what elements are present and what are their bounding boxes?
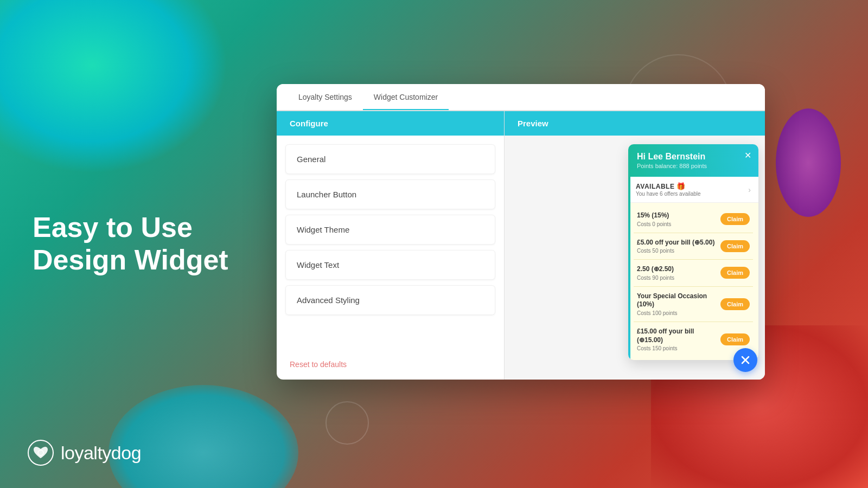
offer-title-2: 2.50 (⊕2.50) bbox=[637, 265, 716, 274]
offer-title-0: 15% (15%) bbox=[637, 211, 716, 220]
widget-greeting: Hi Lee Bernstein bbox=[637, 152, 750, 162]
available-bar[interactable]: AVAILABLE 🎁 You have 6 offers available … bbox=[628, 177, 758, 203]
menu-item-launcher-button[interactable]: Launcher Button bbox=[285, 179, 495, 209]
offer-row-2: 2.50 (⊕2.50) Costs 90 points Claim bbox=[634, 260, 753, 287]
logo: loyaltydog bbox=[27, 439, 141, 466]
offer-title-3: Your Special Occasion (10%) bbox=[637, 292, 716, 309]
offer-title-4: £15.00 off your bill (⊕15.00) bbox=[637, 328, 716, 344]
claim-button-2[interactable]: Claim bbox=[720, 267, 750, 279]
claim-button-3[interactable]: Claim bbox=[720, 298, 750, 310]
available-sub: You have 6 offers available bbox=[636, 191, 701, 197]
main-panel: Loyalty Settings Widget Customizer Confi… bbox=[277, 84, 765, 380]
preview-body: Hi Lee Bernstein Points balance: 888 poi… bbox=[505, 136, 765, 380]
config-panel: Configure General Launcher Button Widget… bbox=[277, 111, 505, 380]
offer-info-4: £15.00 off your bill (⊕15.00) Costs 150 … bbox=[637, 328, 716, 351]
menu-item-advanced-styling[interactable]: Advanced Styling bbox=[285, 285, 495, 315]
offer-info-1: £5.00 off your bill (⊕5.00) Costs 50 poi… bbox=[637, 239, 716, 254]
offer-row-3: Your Special Occasion (10%) Costs 100 po… bbox=[634, 287, 753, 322]
tabs-row: Loyalty Settings Widget Customizer bbox=[277, 84, 765, 111]
offer-cost-3: Costs 100 points bbox=[637, 310, 716, 316]
menu-item-widget-text[interactable]: Widget Text bbox=[285, 250, 495, 280]
gift-icon: 🎁 bbox=[676, 182, 686, 190]
claim-button-0[interactable]: Claim bbox=[720, 213, 750, 225]
reset-link[interactable]: Reset to defaults bbox=[277, 354, 504, 380]
widget-header: Hi Lee Bernstein Points balance: 888 poi… bbox=[628, 144, 758, 177]
logo-text: loyaltydog bbox=[61, 442, 141, 464]
preview-panel: Preview Hi Lee Bernstein Points balance:… bbox=[505, 111, 765, 380]
offer-title-1: £5.00 off your bill (⊕5.00) bbox=[637, 239, 716, 247]
offer-row-0: 15% (15%) Costs 0 points Claim bbox=[634, 206, 753, 233]
config-header: Configure bbox=[277, 111, 504, 136]
logo-icon bbox=[27, 439, 54, 466]
available-left: AVAILABLE 🎁 You have 6 offers available bbox=[636, 182, 701, 197]
offer-info-3: Your Special Occasion (10%) Costs 100 po… bbox=[637, 292, 716, 316]
panel-body: Configure General Launcher Button Widget… bbox=[277, 111, 765, 380]
tab-widget-customizer[interactable]: Widget Customizer bbox=[363, 85, 449, 110]
float-close-button[interactable] bbox=[733, 348, 757, 372]
claim-button-4[interactable]: Claim bbox=[720, 333, 750, 345]
available-arrow: › bbox=[748, 185, 751, 194]
available-title: AVAILABLE 🎁 bbox=[636, 182, 701, 190]
offer-info-0: 15% (15%) Costs 0 points bbox=[637, 211, 716, 227]
widget-points: Points balance: 888 points bbox=[637, 163, 750, 169]
offer-row-4: £15.00 off your bill (⊕15.00) Costs 150 … bbox=[634, 322, 753, 357]
hero-text: Easy to Use Design Widget bbox=[33, 211, 228, 277]
hero-line2: Design Widget bbox=[33, 244, 228, 275]
hero-line1: Easy to Use bbox=[33, 211, 193, 243]
offer-row-1: £5.00 off your bill (⊕5.00) Costs 50 poi… bbox=[634, 233, 753, 260]
offer-cost-2: Costs 90 points bbox=[637, 275, 716, 281]
offer-cost-4: Costs 150 points bbox=[637, 345, 716, 351]
menu-list: General Launcher Button Widget Theme Wid… bbox=[277, 136, 504, 354]
offer-cost-1: Costs 50 points bbox=[637, 248, 716, 254]
claim-button-1[interactable]: Claim bbox=[720, 240, 750, 252]
tab-loyalty-settings[interactable]: Loyalty Settings bbox=[288, 85, 363, 110]
widget-close-button[interactable]: ✕ bbox=[742, 150, 753, 160]
deco-circle2 bbox=[326, 401, 369, 445]
preview-header: Preview bbox=[505, 111, 765, 136]
menu-item-general[interactable]: General bbox=[285, 144, 495, 174]
blob-purple bbox=[776, 108, 841, 217]
offer-cost-0: Costs 0 points bbox=[637, 221, 716, 227]
offers-list: 15% (15%) Costs 0 points Claim £5.00 off… bbox=[628, 203, 758, 360]
widget-card: Hi Lee Bernstein Points balance: 888 poi… bbox=[628, 144, 758, 360]
offer-info-2: 2.50 (⊕2.50) Costs 90 points bbox=[637, 265, 716, 281]
menu-item-widget-theme[interactable]: Widget Theme bbox=[285, 215, 495, 245]
widget-accent-bar bbox=[628, 174, 630, 360]
